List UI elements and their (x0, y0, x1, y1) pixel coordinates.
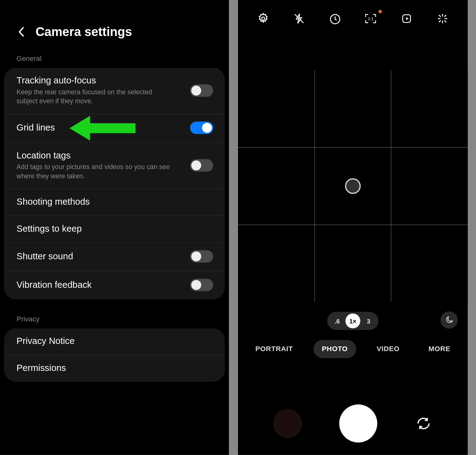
row-shooting-methods[interactable]: Shooting methods (4, 189, 225, 216)
tracking-sub: Keep the rear camera focused on the sele… (16, 86, 174, 105)
shutter-toggle[interactable] (190, 250, 213, 263)
mode-more[interactable]: MORE (420, 340, 459, 358)
night-mode-button[interactable] (440, 311, 458, 329)
grid-line (391, 70, 391, 302)
grid-line (315, 70, 315, 302)
vibration-label: Vibration feedback (16, 280, 182, 291)
notification-dot-icon (379, 10, 382, 13)
privacy-card: Privacy Notice Permissions (4, 328, 225, 382)
row-settings-to-keep[interactable]: Settings to keep (4, 216, 225, 243)
zoom-wide[interactable]: .6 (329, 314, 345, 328)
settings-screen: Camera settings General Tracking auto-fo… (0, 0, 229, 455)
shutter-label: Shutter sound (16, 251, 182, 262)
svg-text:1:1: 1:1 (368, 16, 374, 21)
row-location-tags[interactable]: Location tags Add tags to your pictures … (4, 143, 225, 189)
camera-viewfinder[interactable] (238, 70, 468, 302)
motion-photo-icon[interactable] (400, 11, 414, 25)
row-tracking-autofocus[interactable]: Tracking auto-focus Keep the rear camera… (4, 68, 225, 114)
settings-icon[interactable] (256, 11, 270, 25)
shutter-button[interactable] (339, 404, 377, 443)
annotation-arrow-icon (69, 115, 135, 141)
svg-line-12 (444, 15, 446, 17)
svg-marker-0 (69, 116, 135, 141)
timer-icon[interactable] (328, 11, 342, 25)
svg-line-11 (444, 20, 446, 22)
grid-line (238, 147, 468, 148)
svg-line-13 (439, 20, 441, 22)
filters-icon[interactable] (435, 11, 449, 25)
flash-off-icon[interactable] (292, 11, 306, 25)
grid-line (238, 225, 468, 225)
zoom-1x[interactable]: 1× (346, 314, 360, 328)
svg-line-10 (439, 15, 441, 17)
location-toggle[interactable] (190, 159, 213, 172)
panel-divider (229, 0, 238, 455)
row-permissions[interactable]: Permissions (4, 355, 225, 382)
tracking-label: Tracking auto-focus (16, 75, 182, 86)
grid-toggle[interactable] (190, 122, 213, 134)
focus-indicator-icon (345, 178, 361, 194)
switch-camera-button[interactable] (414, 414, 433, 433)
vibration-toggle[interactable] (190, 279, 213, 291)
page-title: Camera settings (36, 25, 132, 39)
camera-top-toolbar: 1:1 (238, 0, 468, 26)
svg-point-1 (262, 17, 265, 20)
privacy-notice-label: Privacy Notice (16, 336, 205, 347)
row-privacy-notice[interactable]: Privacy Notice (4, 328, 225, 355)
zoom-tele[interactable]: 3 (360, 314, 377, 328)
mode-video[interactable]: VIDEO (368, 340, 408, 358)
back-button[interactable] (16, 26, 27, 37)
row-shutter-sound[interactable]: Shutter sound (4, 243, 225, 271)
shooting-label: Shooting methods (16, 197, 205, 207)
mode-selector[interactable]: PORTRAIT PHOTO VIDEO MORE (238, 340, 468, 358)
row-vibration-feedback[interactable]: Vibration feedback (4, 271, 225, 300)
section-header-general: General (0, 39, 229, 68)
location-sub: Add tags to your pictures and videos so … (16, 161, 174, 181)
mode-photo[interactable]: PHOTO (314, 340, 356, 358)
zoom-selector[interactable]: .6 1× 3 (327, 312, 378, 330)
general-card: Tracking auto-focus Keep the rear camera… (4, 68, 225, 300)
section-header-privacy: Privacy (0, 300, 229, 328)
permissions-label: Permissions (16, 363, 205, 374)
location-label: Location tags (16, 150, 182, 161)
keep-label: Settings to keep (16, 223, 205, 234)
tracking-toggle[interactable] (190, 84, 213, 96)
row-grid-lines[interactable]: Grid lines (4, 114, 225, 143)
aspect-ratio-icon[interactable]: 1:1 (364, 11, 378, 25)
camera-screen: 1:1 .6 1× 3 PORTRAIT P (238, 0, 468, 455)
mode-portrait[interactable]: PORTRAIT (247, 340, 301, 358)
gallery-thumbnail[interactable] (273, 409, 302, 438)
